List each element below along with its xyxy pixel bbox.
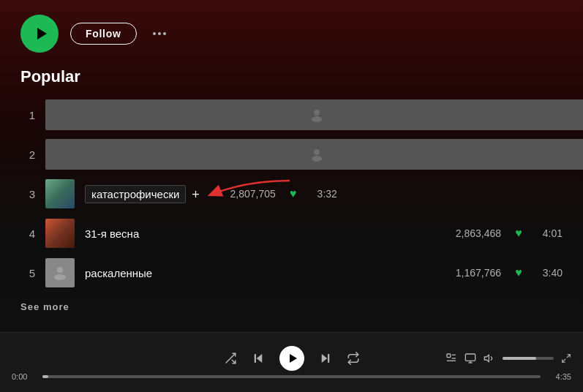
play-button-large[interactable]: [20, 15, 59, 53]
devices-icon[interactable]: [464, 353, 476, 364]
total-time: 4:35: [546, 372, 571, 381]
track-title: 31-я весна: [85, 227, 425, 240]
dot-3: [163, 32, 166, 35]
play-pause-button[interactable]: [279, 346, 304, 371]
svg-marker-22: [484, 355, 489, 361]
track-number: 3: [20, 188, 35, 200]
list-item[interactable]: 5 раскаленные 1,167,766 ♥ 3:40: [12, 253, 571, 293]
svg-marker-12: [290, 354, 297, 363]
svg-point-7: [54, 274, 66, 280]
svg-rect-14: [328, 354, 329, 363]
shuffle-button[interactable]: [224, 352, 237, 365]
track-number: 4: [20, 227, 35, 240]
track-duration: 3:40: [536, 267, 563, 279]
svg-point-6: [57, 267, 63, 273]
svg-marker-10: [256, 354, 262, 363]
volume-icon[interactable]: [484, 353, 495, 364]
track-duration: 3:32: [311, 188, 337, 200]
heart-icon[interactable]: ♥: [511, 227, 526, 240]
player-bar: 0:00 4:35: [0, 332, 583, 392]
right-controls: [445, 353, 571, 364]
track-name-box: катастрофически +: [85, 185, 200, 203]
track-thumbnail: [45, 99, 583, 130]
arrow-annotation: [202, 175, 297, 211]
svg-rect-11: [254, 354, 255, 363]
list-item[interactable]: 1 секунду назад 5,091,138 ♥ 3:51: [12, 95, 571, 135]
svg-line-24: [563, 359, 565, 362]
volume-bar[interactable]: [503, 357, 554, 360]
progress-bar[interactable]: [42, 375, 541, 378]
track-play-count: 2,863,468: [435, 227, 501, 239]
svg-point-4: [312, 156, 322, 162]
current-time: 0:00: [12, 372, 37, 381]
more-options-button[interactable]: [148, 29, 170, 38]
track-thumbnail: [45, 258, 75, 287]
track-thumbnail: [45, 179, 75, 208]
svg-point-1: [314, 110, 320, 116]
track-play-count: 1,167,766: [435, 267, 501, 279]
dot-2: [158, 32, 161, 35]
track-number: 5: [20, 267, 35, 279]
svg-marker-13: [321, 354, 327, 363]
track-number: 1: [20, 109, 35, 121]
track-duration: 4:01: [536, 227, 563, 239]
svg-line-23: [567, 355, 570, 358]
repeat-button[interactable]: [347, 352, 360, 365]
list-item[interactable]: 3 катастрофически + 2,807,705 ♥ 3:32: [12, 174, 571, 214]
svg-point-3: [314, 149, 320, 155]
svg-point-2: [312, 116, 322, 122]
fullscreen-icon[interactable]: [561, 353, 571, 363]
popular-section-title: Popular: [0, 64, 583, 95]
svg-marker-0: [37, 28, 47, 39]
track-number: 2: [20, 148, 35, 161]
previous-button[interactable]: [252, 352, 265, 365]
heart-icon[interactable]: ♥: [511, 266, 526, 279]
progress-row: 0:00 4:35: [0, 372, 583, 385]
cursor-plus-icon: +: [192, 187, 200, 203]
track-thumbnail: [45, 139, 583, 170]
next-button[interactable]: [319, 352, 332, 365]
volume-fill: [503, 357, 536, 360]
see-more-link[interactable]: See more: [0, 293, 583, 321]
dot-1: [153, 32, 156, 35]
progress-fill: [42, 375, 48, 378]
svg-rect-19: [465, 354, 475, 361]
list-item[interactable]: 2 неторопливая любовь 3,140,621 ♥ 3:34: [12, 135, 571, 174]
list-item[interactable]: 4 31-я весна 2,863,468 ♥ 4:01: [12, 214, 571, 253]
track-list: 1 секунду назад 5,091,138 ♥ 3:51 2 нетор…: [0, 95, 583, 293]
svg-rect-15: [447, 354, 451, 358]
track-thumbnail: [45, 219, 75, 248]
follow-button[interactable]: Follow: [70, 23, 137, 45]
queue-icon[interactable]: [445, 353, 457, 364]
track-title: раскаленные: [85, 267, 425, 279]
top-bar: Follow: [0, 0, 583, 64]
track-title-highlighted: катастрофически: [85, 185, 186, 203]
